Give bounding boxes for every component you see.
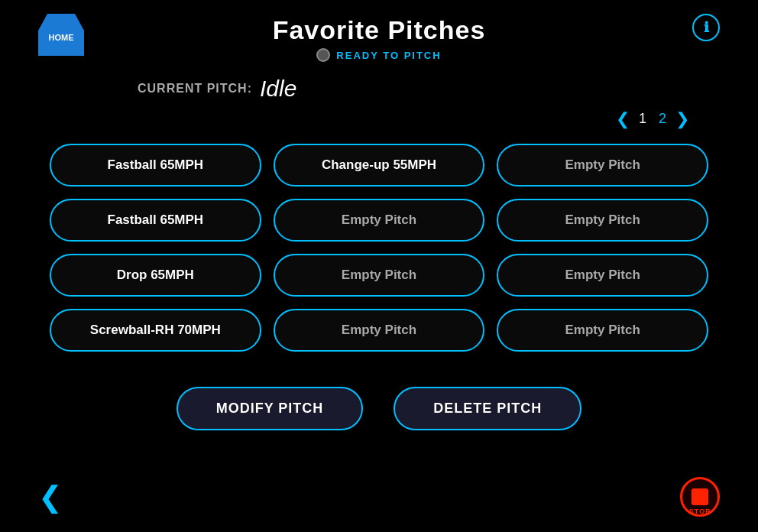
- prev-page-button[interactable]: ❮: [616, 111, 630, 128]
- footer-nav: ❮ STOP: [0, 477, 758, 517]
- home-label: HOME: [49, 33, 74, 42]
- delete-pitch-button[interactable]: DELETE PITCH: [394, 387, 581, 430]
- current-pitch-row: CURRENT PITCH: Idle: [138, 76, 758, 102]
- pitch-button-8[interactable]: Empty Pitch: [497, 254, 708, 297]
- pitch-button-9[interactable]: Screwball-RH 70MPH: [50, 309, 261, 352]
- modify-pitch-button[interactable]: MODIFY PITCH: [177, 387, 364, 430]
- pitch-button-6[interactable]: Drop 65MPH: [50, 254, 261, 297]
- page-2[interactable]: 2: [656, 109, 669, 128]
- stop-label: STOP: [680, 508, 720, 515]
- pitch-button-5[interactable]: Empty Pitch: [497, 199, 708, 242]
- next-page-button[interactable]: ❯: [675, 111, 689, 128]
- bottom-actions: MODIFY PITCH DELETE PITCH: [0, 387, 758, 430]
- back-button[interactable]: ❮: [38, 482, 63, 511]
- pitch-button-4[interactable]: Empty Pitch: [274, 199, 485, 242]
- pitch-button-3[interactable]: Fastball 65MPH: [50, 199, 261, 242]
- pitch-grid: Fastball 65MPHChange-up 55MPHEmpty Pitch…: [0, 136, 758, 359]
- pitch-button-10[interactable]: Empty Pitch: [274, 309, 485, 352]
- pitch-button-2[interactable]: Empty Pitch: [497, 144, 708, 187]
- pagination: ❮ 1 2 ❯: [0, 109, 758, 128]
- current-pitch-label: CURRENT PITCH:: [138, 82, 252, 96]
- ready-dot: [316, 48, 330, 62]
- info-icon: ℹ: [704, 19, 709, 36]
- stop-icon: [692, 488, 708, 505]
- info-button[interactable]: ℹ: [692, 14, 720, 41]
- ready-label: READY TO PITCH: [336, 50, 441, 61]
- pitch-button-0[interactable]: Fastball 65MPH: [50, 144, 261, 187]
- current-pitch-value: Idle: [260, 76, 296, 102]
- page-title: Favorite Pitches: [273, 15, 486, 45]
- pitch-button-7[interactable]: Empty Pitch: [274, 254, 485, 297]
- ready-row: READY TO PITCH: [273, 48, 486, 62]
- stop-button-wrap: STOP: [680, 477, 720, 517]
- home-button[interactable]: HOME: [38, 14, 84, 56]
- pitch-button-11[interactable]: Empty Pitch: [497, 309, 708, 352]
- page-1[interactable]: 1: [636, 109, 649, 128]
- title-block: Favorite Pitches READY TO PITCH: [273, 15, 486, 62]
- pitch-button-1[interactable]: Change-up 55MPH: [274, 144, 485, 187]
- header: HOME Favorite Pitches READY TO PITCH ℹ: [0, 0, 758, 62]
